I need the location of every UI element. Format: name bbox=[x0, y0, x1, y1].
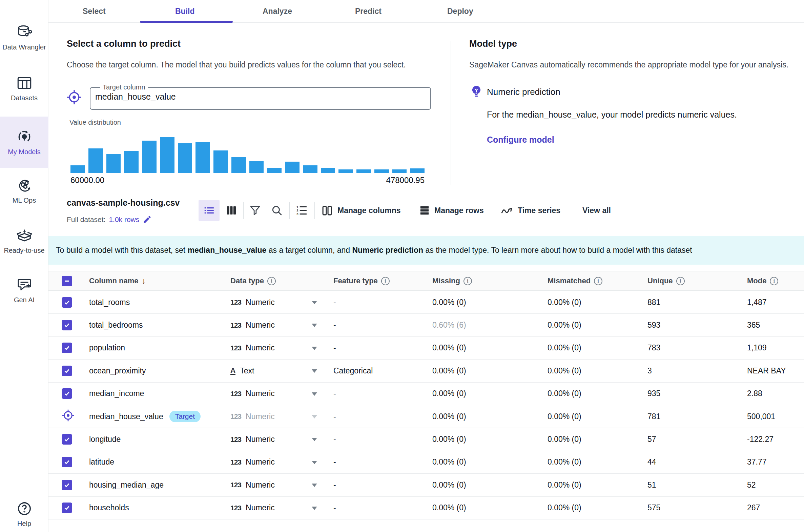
data-type-dropdown-caret[interactable] bbox=[312, 301, 317, 304]
sort-descending-icon[interactable]: ↓ bbox=[141, 277, 146, 286]
sidebar-item-gen-ai[interactable]: Gen AI bbox=[0, 274, 49, 307]
predict-panel-title: Select a column to predict bbox=[67, 39, 180, 49]
missing-info-icon[interactable]: i bbox=[463, 277, 472, 285]
tab-analyze[interactable]: Analyze bbox=[263, 0, 292, 22]
histogram-axis: 60000.00 478000.95 bbox=[71, 175, 424, 185]
column-view-button[interactable] bbox=[221, 200, 242, 221]
row-checkbox[interactable] bbox=[62, 502, 72, 513]
row-unique: 575 bbox=[648, 503, 661, 512]
mode-info-icon[interactable]: i bbox=[770, 277, 778, 285]
target-badge: Target bbox=[169, 411, 200, 422]
svg-text:2: 2 bbox=[296, 208, 298, 212]
target-column-label: Target column bbox=[100, 83, 148, 91]
row-data-type: Numeric bbox=[246, 389, 275, 398]
row-column-name: households bbox=[89, 503, 129, 512]
sidebar-item-ml-ops[interactable]: ML Ops bbox=[0, 174, 49, 208]
panel-divider bbox=[451, 41, 451, 185]
row-checkbox[interactable] bbox=[62, 388, 72, 399]
histogram-bar bbox=[393, 169, 407, 173]
numeric-type-icon: 123 bbox=[230, 298, 241, 306]
numbered-list-button[interactable]: 123 bbox=[291, 200, 312, 221]
configure-model-link[interactable]: Configure model bbox=[487, 135, 554, 145]
rows-count-link[interactable]: 1.0k rows bbox=[109, 215, 139, 224]
histogram-bars bbox=[71, 137, 424, 173]
sidebar-item-my-models[interactable]: My Models bbox=[0, 117, 49, 168]
tab-select[interactable]: Select bbox=[83, 0, 106, 22]
manage-columns-icon bbox=[322, 205, 333, 216]
row-mode: 37.77 bbox=[747, 457, 767, 467]
list-view-button[interactable] bbox=[198, 200, 219, 221]
tab-deploy[interactable]: Deploy bbox=[447, 0, 473, 22]
unique-info-icon[interactable]: i bbox=[676, 277, 685, 285]
row-feature-type: - bbox=[333, 298, 336, 307]
sagemaker-canvas-build-page: Data Wrangler Datasets My Models bbox=[0, 0, 804, 532]
data-type-dropdown-caret[interactable] bbox=[312, 461, 317, 464]
data-type-dropdown-caret[interactable] bbox=[312, 483, 317, 487]
target-column-input[interactable] bbox=[95, 92, 410, 102]
table-row: longitude123Numeric-0.00% (0)0.00% (0)57… bbox=[49, 428, 804, 451]
data-type-dropdown-caret[interactable] bbox=[312, 324, 317, 327]
row-mismatched: 0.00% (0) bbox=[548, 457, 581, 467]
row-mode: 365 bbox=[747, 321, 760, 330]
model-type-description: SageMaker Canvas automatically recommend… bbox=[469, 60, 804, 70]
data-type-info-icon[interactable]: i bbox=[267, 277, 276, 285]
row-checkbox[interactable] bbox=[62, 366, 72, 376]
row-missing: 0.00% (0) bbox=[432, 389, 466, 398]
filter-button[interactable] bbox=[245, 200, 266, 221]
search-button[interactable] bbox=[266, 200, 287, 221]
mismatched-info-icon[interactable]: i bbox=[594, 277, 602, 285]
data-type-dropdown-caret[interactable] bbox=[312, 438, 317, 441]
row-feature-type: Categorical bbox=[333, 366, 373, 376]
manage-columns-button[interactable]: Manage columns bbox=[322, 200, 401, 221]
row-checkbox[interactable] bbox=[62, 320, 72, 330]
sidebar-item-data-wrangler[interactable]: Data Wrangler bbox=[0, 21, 49, 55]
histogram-bar bbox=[178, 143, 192, 173]
data-type-dropdown-caret[interactable] bbox=[312, 393, 317, 396]
select-all-checkbox[interactable] bbox=[62, 276, 72, 286]
histogram-bar bbox=[124, 151, 138, 173]
histogram-bar bbox=[339, 169, 353, 173]
row-checkbox[interactable] bbox=[62, 343, 72, 353]
row-feature-type: - bbox=[333, 503, 336, 512]
data-type-dropdown-caret[interactable] bbox=[312, 415, 317, 418]
data-type-dropdown-caret[interactable] bbox=[312, 369, 317, 373]
tab-build[interactable]: Build bbox=[175, 0, 195, 22]
recommended-model-type: Numeric prediction bbox=[487, 87, 560, 97]
table-row: households123Numeric-0.00% (0)0.00% (0)5… bbox=[49, 497, 804, 519]
sidebar-item-help[interactable]: Help bbox=[0, 497, 49, 531]
data-type-dropdown-caret[interactable] bbox=[312, 507, 317, 510]
app-sidebar: Data Wrangler Datasets My Models bbox=[0, 0, 49, 532]
row-missing: 0.00% (0) bbox=[432, 503, 466, 512]
row-data-type: Numeric bbox=[246, 321, 275, 330]
row-feature-type: - bbox=[333, 343, 336, 353]
row-checkbox[interactable] bbox=[62, 297, 72, 308]
row-missing: 0.00% (0) bbox=[432, 480, 466, 490]
row-checkbox[interactable] bbox=[62, 434, 72, 444]
tab-label: Select bbox=[83, 7, 106, 16]
sidebar-item-datasets[interactable]: Datasets bbox=[0, 72, 49, 106]
row-missing: 0.60% (6) bbox=[432, 321, 466, 330]
row-checkbox[interactable] bbox=[62, 457, 72, 467]
view-all-label: View all bbox=[582, 206, 611, 215]
view-all-button[interactable]: View all bbox=[582, 200, 611, 221]
manage-rows-button[interactable]: Manage rows bbox=[419, 200, 484, 221]
header-feature-type: Feature type bbox=[333, 277, 378, 285]
row-mismatched: 0.00% (0) bbox=[548, 389, 581, 398]
sidebar-item-label: My Models bbox=[8, 148, 41, 156]
ml-ops-icon bbox=[17, 177, 32, 193]
histogram-bar bbox=[410, 168, 424, 173]
edit-pencil-icon[interactable] bbox=[142, 215, 152, 224]
numbered-list-icon: 123 bbox=[296, 205, 307, 216]
data-type-dropdown-caret[interactable] bbox=[312, 347, 317, 350]
header-column-name[interactable]: Column name bbox=[89, 277, 138, 285]
tab-predict[interactable]: Predict bbox=[355, 0, 382, 22]
time-series-button[interactable]: Time series bbox=[501, 200, 560, 221]
sidebar-item-ready-to-use[interactable]: Ready-to-use bbox=[0, 224, 49, 258]
row-unique: 935 bbox=[648, 389, 661, 398]
row-checkbox[interactable] bbox=[62, 480, 72, 490]
row-data-type: Text bbox=[240, 366, 254, 376]
feature-type-info-icon[interactable]: i bbox=[381, 277, 390, 285]
time-series-icon bbox=[501, 204, 513, 216]
sidebar-item-label: Datasets bbox=[11, 94, 38, 102]
sidebar-item-label: Data Wrangler bbox=[2, 43, 46, 51]
